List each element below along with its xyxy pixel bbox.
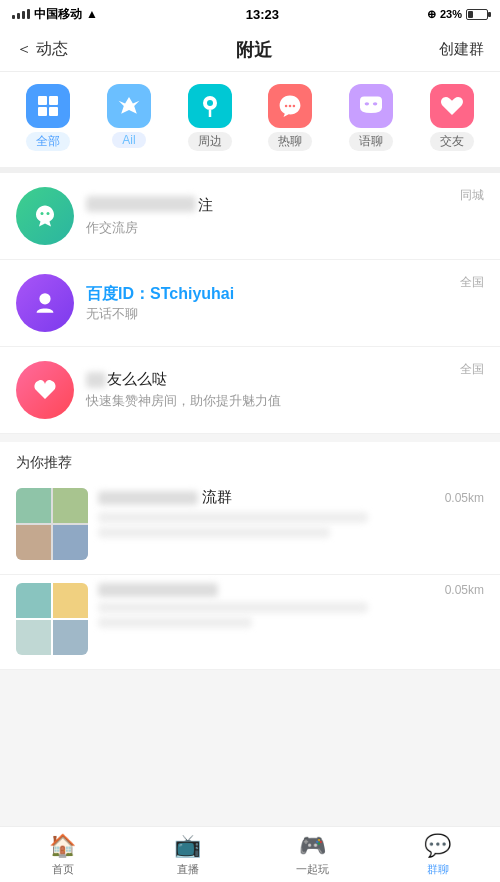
thumb2-cell-2 — [53, 583, 88, 618]
rec-distance-2: 0.05km — [445, 583, 484, 597]
svg-point-13 — [39, 293, 50, 304]
group-item-2[interactable]: 百度ID：STchiyuhai 无话不聊 全国 — [0, 260, 500, 347]
status-time: 13:23 — [246, 7, 279, 22]
recommend-item-2[interactable]: 0.05km — [0, 575, 500, 670]
rec-info-2: 0.05km — [98, 583, 484, 628]
location-status-icon: ⊕ — [427, 8, 436, 21]
group-tag-1: 同城 — [460, 187, 484, 204]
tab-bar: 🏠 首页 📺 直播 🎮 一起玩 💬 群聊 — [0, 826, 500, 882]
group-list: 注 作交流房 同城 百度ID：STchiyuhai 无话不聊 全国 — [0, 173, 500, 434]
svg-point-6 — [285, 105, 288, 108]
group-subtitle-3: 快速集赞神房间，助你提升魅力值 — [86, 392, 484, 410]
svg-point-7 — [289, 105, 292, 108]
heart-icon — [430, 84, 474, 128]
svg-rect-2 — [38, 107, 47, 116]
svg-rect-3 — [49, 107, 58, 116]
back-arrow-icon: ＜ — [16, 39, 32, 60]
svg-point-9 — [365, 102, 369, 105]
tab-play[interactable]: 🎮 一起玩 — [250, 827, 375, 882]
battery-icon — [466, 9, 488, 20]
grid-icon — [26, 84, 70, 128]
group-name-prefix-blurred-3 — [86, 372, 106, 388]
rec-sub-1b — [98, 527, 330, 538]
back-button[interactable]: ＜ 动态 — [16, 39, 68, 60]
status-right: ⊕ 23% — [427, 8, 488, 21]
group-name-suffix-1: 注 — [198, 196, 213, 215]
cat-hot[interactable]: 热聊 — [250, 84, 331, 151]
rec-name-row-1: 流群 0.05km — [98, 488, 484, 507]
svg-point-10 — [373, 102, 377, 105]
thumb-cell-1 — [16, 488, 51, 523]
group-tag-2: 全国 — [460, 274, 484, 291]
svg-point-11 — [41, 212, 44, 215]
back-label: 动态 — [36, 39, 68, 60]
carrier-label: 中国移动 — [34, 6, 82, 23]
group-avatar-3 — [16, 361, 74, 419]
cat-voice[interactable]: 语聊 — [331, 84, 412, 151]
nav-bar: ＜ 动态 附近 创建群 — [0, 28, 500, 72]
cat-friend[interactable]: 交友 — [411, 84, 492, 151]
group-subtitle-1: 作交流房 — [86, 219, 484, 237]
group-chat-icon: 💬 — [424, 833, 451, 859]
rec-name-blurred-2 — [98, 583, 218, 597]
status-left: 中国移动 ▲ — [12, 6, 98, 23]
tab-home-label: 首页 — [52, 862, 74, 877]
cat-nearby[interactable]: 周边 — [169, 84, 250, 151]
group-name-blurred-1 — [86, 196, 196, 212]
rec-thumbnail-1 — [16, 488, 88, 560]
tab-home[interactable]: 🏠 首页 — [0, 827, 125, 882]
tab-live-label: 直播 — [177, 862, 199, 877]
rec-sub-2b — [98, 617, 252, 628]
battery-label: 23% — [440, 8, 462, 20]
location-icon — [188, 84, 232, 128]
cat-nearby-label: 周边 — [188, 132, 232, 151]
cat-all[interactable]: 全部 — [8, 84, 89, 151]
rec-sub-1a — [98, 512, 368, 523]
rec-sub-2a — [98, 602, 368, 613]
cat-friend-label: 交友 — [430, 132, 474, 151]
signal-icon — [12, 9, 30, 19]
play-icon: 🎮 — [299, 833, 326, 859]
page-title: 附近 — [236, 38, 272, 62]
rec-name-blurred-1 — [98, 491, 198, 505]
tab-play-label: 一起玩 — [296, 862, 329, 877]
create-group-button[interactable]: 创建群 — [439, 40, 484, 59]
svg-rect-1 — [49, 96, 58, 105]
group-tag-3: 全国 — [460, 361, 484, 378]
rec-distance-1: 0.05km — [445, 491, 484, 505]
live-icon: 📺 — [174, 833, 201, 859]
group-name-row-3: 友么么哒 — [86, 370, 484, 389]
thumb2-cell-1 — [16, 583, 51, 618]
tab-live[interactable]: 📺 直播 — [125, 827, 250, 882]
cat-wolf[interactable]: Ail — [89, 84, 170, 151]
thumb-cell-4 — [53, 525, 88, 560]
rec-info-1: 流群 0.05km — [98, 488, 484, 538]
category-section: 全部 Ail 周边 — [0, 72, 500, 173]
svg-point-8 — [293, 105, 296, 108]
group-subtitle-2: 无话不聊 — [86, 305, 484, 323]
recommend-section: 为你推荐 流群 0.05km — [0, 442, 500, 670]
group-name-suffix-3: 友么么哒 — [107, 370, 167, 389]
group-info-2: 百度ID：STchiyuhai 无话不聊 — [86, 284, 484, 323]
cat-wolf-label: Ail — [112, 132, 145, 148]
group-item-1[interactable]: 注 作交流房 同城 — [0, 173, 500, 260]
cat-hot-label: 热聊 — [268, 132, 312, 151]
recommend-header: 为你推荐 — [0, 442, 500, 480]
thumb-cell-3 — [16, 525, 51, 560]
cat-all-label: 全部 — [26, 132, 70, 151]
group-avatar-1 — [16, 187, 74, 245]
group-info-1: 注 作交流房 — [86, 196, 484, 237]
recommend-item-1[interactable]: 流群 0.05km — [0, 480, 500, 575]
status-bar: 中国移动 ▲ 13:23 ⊕ 23% — [0, 0, 500, 28]
tab-group[interactable]: 💬 群聊 — [375, 827, 500, 882]
group-info-3: 友么么哒 快速集赞神房间，助你提升魅力值 — [86, 370, 484, 410]
thumb2-cell-4 — [53, 620, 88, 655]
wolf-icon — [107, 84, 151, 128]
hot-chat-icon — [268, 84, 312, 128]
cat-voice-label: 语聊 — [349, 132, 393, 151]
group-name-2: 百度ID：STchiyuhai — [86, 284, 484, 305]
rec-name-row-2: 0.05km — [98, 583, 484, 597]
group-avatar-2 — [16, 274, 74, 332]
group-item-3[interactable]: 友么么哒 快速集赞神房间，助你提升魅力值 全国 — [0, 347, 500, 434]
rec-name-suffix-1: 流群 — [202, 488, 232, 507]
